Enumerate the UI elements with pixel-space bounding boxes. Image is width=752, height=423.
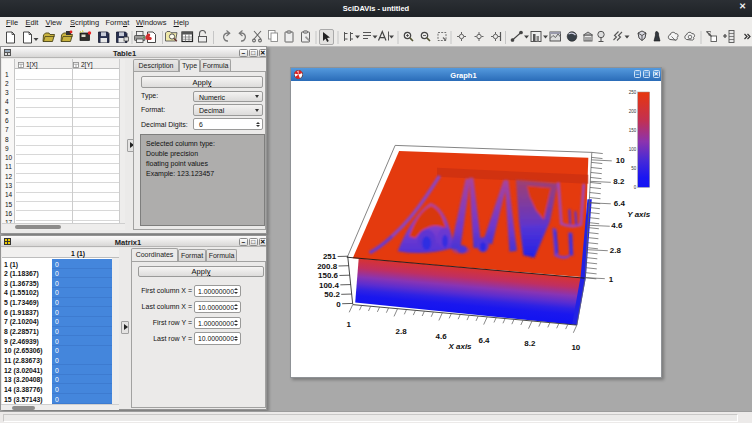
svg-text:4.6: 4.6 (611, 221, 623, 230)
svg-text:0: 0 (336, 300, 341, 309)
svg-text:200.8: 200.8 (317, 262, 338, 271)
svg-text:100.4: 100.4 (319, 281, 340, 290)
svg-text:1: 1 (609, 275, 614, 284)
svg-text:251: 251 (323, 252, 337, 261)
svg-text:250: 250 (629, 90, 637, 95)
svg-text:100: 100 (629, 147, 637, 152)
svg-text:50: 50 (631, 166, 636, 171)
svg-text:8.2: 8.2 (613, 177, 625, 186)
svg-text:1: 1 (346, 320, 351, 329)
svg-text:200: 200 (629, 109, 637, 114)
svg-text:2.8: 2.8 (610, 246, 622, 255)
svg-text:Y axis: Y axis (627, 210, 650, 219)
svg-text:50.2: 50.2 (324, 290, 340, 299)
svg-text:150: 150 (629, 128, 637, 133)
svg-text:8.2: 8.2 (524, 339, 536, 348)
svg-text:10: 10 (571, 343, 580, 352)
svg-text:6.4: 6.4 (478, 336, 490, 345)
svg-text:0: 0 (634, 185, 637, 190)
svg-text:X axis: X axis (448, 342, 473, 351)
svg-text:4.6: 4.6 (436, 332, 448, 341)
svg-text:150.6: 150.6 (318, 271, 339, 280)
svg-text:10: 10 (616, 156, 625, 165)
svg-text:6.4: 6.4 (614, 199, 626, 208)
svg-text:2.8: 2.8 (396, 327, 408, 336)
